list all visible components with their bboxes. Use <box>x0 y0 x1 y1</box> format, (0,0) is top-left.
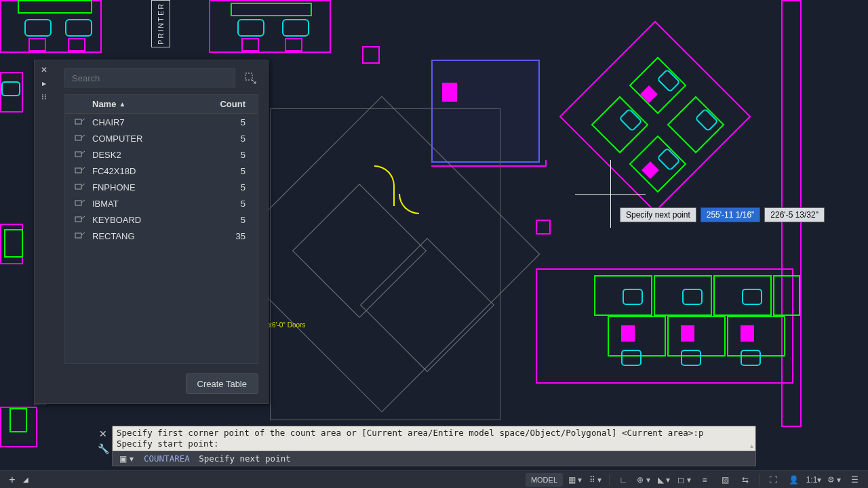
table-row[interactable]: FNPHONE5 <box>65 179 258 195</box>
crosshair-vertical <box>610 160 611 228</box>
block-icon <box>75 199 87 208</box>
svg-rect-2 <box>75 136 81 140</box>
row-name: KEYBOARD <box>92 215 210 225</box>
row-count: 5 <box>210 166 258 176</box>
annotation-scale-icon[interactable]: ⛶ <box>765 473 781 487</box>
lineweight-icon[interactable]: ≡ <box>696 473 713 487</box>
block-icon <box>75 166 87 176</box>
commandline-close-icon[interactable]: ✕ <box>97 428 109 441</box>
command-scroll-up-icon[interactable]: ▴ <box>750 442 753 449</box>
row-name: DESK2 <box>92 150 210 160</box>
commandline-dropdown-icon[interactable]: ▾ <box>130 454 134 464</box>
create-table-button[interactable]: Create Table <box>186 373 258 394</box>
command-history: Specify first corner point of the count … <box>112 426 756 451</box>
table-row[interactable]: KEYBOARD5 <box>65 211 258 228</box>
row-count: 5 <box>210 150 258 160</box>
command-input[interactable]: ▣ ▾ COUNTAREA Specify next point ▴ <box>112 451 756 466</box>
svg-rect-8 <box>75 233 81 238</box>
svg-rect-5 <box>75 184 81 189</box>
svg-rect-3 <box>75 152 81 157</box>
menu-icon[interactable]: ⁝⁝ <box>40 93 48 101</box>
polar-icon[interactable]: ⊕ ▾ <box>635 473 652 487</box>
ortho-icon[interactable]: ∟ <box>615 473 631 487</box>
scale-ratio[interactable]: 1:1 ▾ <box>806 473 822 487</box>
table-row[interactable]: CHAIR75 <box>65 114 258 130</box>
osnap-icon[interactable]: ◻ ▾ <box>676 473 692 487</box>
layout-add-icon[interactable]: + <box>5 474 19 486</box>
row-name: RECTANG <box>92 231 210 241</box>
row-count: 5 <box>210 134 258 144</box>
customization-menu-icon[interactable]: ☰ <box>846 473 863 487</box>
row-name: IBMAT <box>92 199 210 209</box>
printer-block-label: PRINTER <box>151 0 170 47</box>
block-icon <box>75 134 87 143</box>
block-icon <box>75 182 87 192</box>
count-panel: ✕ ▸ ⁝⁝ Name ▲ Count CHAI <box>34 60 269 404</box>
dynamic-prompt: Specify next point <box>620 207 696 222</box>
block-icon <box>75 150 87 159</box>
selection-area-icon[interactable] <box>242 70 258 86</box>
model-space-button[interactable]: MODEL <box>526 473 563 487</box>
table-row[interactable]: IBMAT5 <box>65 195 258 211</box>
svg-rect-7 <box>75 217 81 222</box>
table-row[interactable]: FC42X18D5 <box>65 163 258 179</box>
row-count: 5 <box>210 215 258 225</box>
commandline-wrench-icon[interactable]: 🔧 <box>97 443 109 455</box>
command-keyword: COUNTAREA <box>144 453 190 464</box>
row-count: 5 <box>210 117 258 127</box>
svg-rect-1 <box>75 119 81 124</box>
isoplane-icon[interactable]: ◣ ▾ <box>656 473 672 487</box>
sort-ascending-icon: ▲ <box>119 100 125 108</box>
dynamic-input-y[interactable]: 226'-5 13/32" <box>764 207 825 222</box>
close-icon[interactable]: ✕ <box>40 66 48 74</box>
block-icon <box>75 231 87 241</box>
command-prompt-text: Specify next point <box>199 453 290 464</box>
row-name: CHAIR7 <box>92 117 210 127</box>
snap-icon[interactable]: ⠿ ▾ <box>587 473 604 487</box>
row-name: FC42X18D <box>92 166 210 176</box>
row-count: 5 <box>210 182 258 192</box>
grid-icon[interactable]: ▦ ▾ <box>567 473 583 487</box>
svg-rect-0 <box>245 73 252 80</box>
table-row[interactable]: COMPUTER5 <box>65 130 258 146</box>
row-name: FNPHONE <box>92 182 210 192</box>
block-icon <box>75 117 87 127</box>
row-count: 35 <box>210 231 258 241</box>
svg-rect-6 <box>75 201 81 205</box>
command-line: ✕ 🔧 Specify first corner point of the co… <box>112 426 756 466</box>
workspace-gear-icon[interactable]: ⚙ ▾ <box>826 473 842 487</box>
dynamic-input-tooltip: Specify next point 255'-11 1/16" 226'-5 … <box>620 207 825 222</box>
search-input[interactable] <box>64 68 235 87</box>
door-dimension-label: x6'-0" Doors <box>269 321 305 329</box>
row-count: 5 <box>210 199 258 209</box>
commandline-prompt-icon: ▣ <box>119 454 127 464</box>
count-table: Name ▲ Count CHAIR75COMPUTER5DESK25FC42X… <box>64 94 258 364</box>
annotation-visibility-icon[interactable]: 👤 <box>785 473 802 487</box>
dynamic-input-x[interactable]: 255'-11 1/16" <box>701 207 761 222</box>
table-row[interactable]: DESK25 <box>65 146 258 163</box>
pin-icon[interactable]: ▸ <box>40 79 48 87</box>
status-bar: + ◢ MODEL ▦ ▾ ⠿ ▾ ∟ ⊕ ▾ ◣ ▾ ◻ ▾ ≡ ▧ ⇆ ⛶ … <box>0 470 868 488</box>
layout-quick-icon[interactable]: ◢ <box>23 476 28 483</box>
column-header-name[interactable]: Name ▲ <box>65 99 210 109</box>
cycling-icon[interactable]: ⇆ <box>737 473 753 487</box>
column-header-count[interactable]: Count <box>210 99 258 109</box>
row-name: COMPUTER <box>92 134 210 144</box>
transparency-icon[interactable]: ▧ <box>717 473 733 487</box>
block-icon <box>75 215 87 224</box>
svg-rect-4 <box>75 168 81 173</box>
table-row[interactable]: RECTANG35 <box>65 228 258 244</box>
